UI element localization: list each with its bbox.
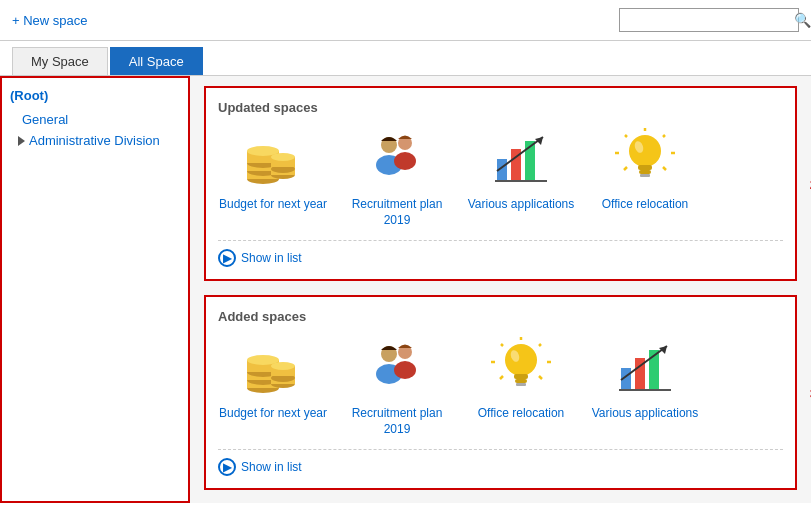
space-item-recruit[interactable]: Recruitment plan 2019 [342,127,452,228]
people-icon [365,127,429,191]
added-spaces-title: Added spaces [218,309,783,324]
space-item-various[interactable]: Various applications [466,127,576,228]
svg-line-61 [501,344,503,346]
chart-icon-2 [613,336,677,400]
updated-spaces-section: Updated spaces [204,86,797,281]
new-space-button[interactable]: + New space [12,13,88,28]
svg-line-30 [625,135,627,137]
svg-rect-64 [514,374,528,379]
office-label: Office relocation [602,197,689,213]
svg-rect-65 [515,379,527,383]
updated-show-in-list[interactable]: ▶ Show in list [218,240,783,267]
people-icon-2 [365,336,429,400]
sidebar-root[interactable]: (Root) [10,88,180,103]
svg-line-32 [624,167,627,170]
coins-icon [241,127,305,191]
coins-icon-2 [241,336,305,400]
svg-line-27 [663,135,665,137]
show-in-list-icon: ▶ [218,249,236,267]
svg-rect-33 [638,165,652,170]
various-label: Various applications [468,197,575,213]
sidebar: (Root) General Administrative Division [0,76,190,503]
chart-icon [489,127,553,191]
added-spaces-items: Budget for next year Rec [218,336,783,437]
svg-line-58 [539,344,541,346]
sidebar-item-admin-label: Administrative Division [29,133,160,148]
space-item-office[interactable]: Office relocation [590,127,700,228]
updated-spaces-items: Budget for next year [218,127,783,228]
added-budget-label: Budget for next year [219,406,327,422]
space-item-budget[interactable]: Budget for next year [218,127,328,228]
tab-all-space[interactable]: All Space [110,47,203,75]
svg-point-18 [394,152,416,170]
budget-label: Budget for next year [219,197,327,213]
search-box: 🔍 [619,8,799,32]
updated-spaces-title: Updated spaces [218,100,783,115]
added-spaces-section: Added spaces [204,295,797,490]
search-icon-button[interactable]: 🔍 [794,12,811,28]
content-area: Updated spaces [190,76,811,503]
svg-line-60 [539,376,542,379]
svg-point-55 [394,361,416,379]
bulb-icon-2 [489,336,553,400]
added-show-in-list[interactable]: ▶ Show in list [218,449,783,476]
top-bar: + New space 🔍 [0,0,811,41]
added-space-item-various[interactable]: Various applications [590,336,700,437]
sidebar-item-admin-div[interactable]: Administrative Division [10,130,180,151]
added-show-in-list-icon: ▶ [218,458,236,476]
added-space-item-recruit[interactable]: Recruitment plan 2019 [342,336,452,437]
tab-bar: My Space All Space [0,41,811,76]
added-various-label: Various applications [592,406,699,422]
tree-expand-icon [18,136,25,146]
added-recruit-label: Recruitment plan 2019 [342,406,452,437]
added-space-item-budget[interactable]: Budget for next year [218,336,328,437]
svg-point-25 [629,135,661,167]
bulb-icon [613,127,677,191]
recruit-label: Recruitment plan 2019 [342,197,452,228]
svg-point-56 [505,344,537,376]
added-office-label: Office relocation [478,406,565,422]
updated-show-in-list-label: Show in list [241,251,302,265]
tab-my-space[interactable]: My Space [12,47,108,75]
svg-rect-35 [640,174,650,177]
added-show-in-list-label: Show in list [241,460,302,474]
svg-rect-66 [516,383,526,386]
svg-rect-34 [639,170,651,174]
svg-point-51 [271,362,295,370]
search-input[interactable] [626,13,794,28]
svg-point-14 [271,153,295,161]
svg-line-63 [500,376,503,379]
svg-line-29 [663,167,666,170]
main-content: (Root) General Administrative Division U… [0,76,811,503]
added-space-item-office[interactable]: Office relocation [466,336,576,437]
sidebar-item-general[interactable]: General [10,109,180,130]
